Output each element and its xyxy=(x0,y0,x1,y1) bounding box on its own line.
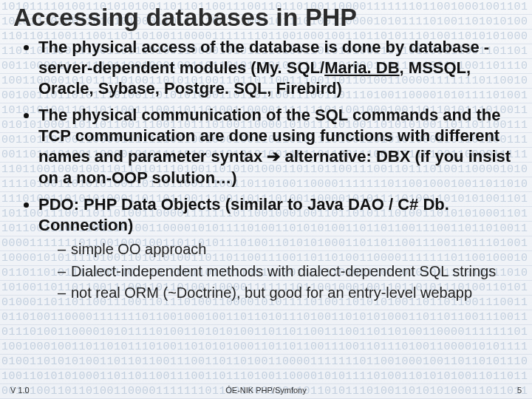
sub-bullet-list: simple OO approach Dialect-independent m… xyxy=(38,240,519,303)
slide-title: Accessing databases in PHP xyxy=(13,4,519,31)
sub-bullet-text: Dialect-independent methods with dialect… xyxy=(71,263,496,279)
slide: 1010111101001101010100110110110011100110… xyxy=(0,0,532,399)
bullet-underline: Maria. DB xyxy=(324,58,399,77)
sub-bullet-item: simple OO approach xyxy=(58,240,519,259)
slide-content: Accessing databases in PHP The physical … xyxy=(0,0,532,399)
bullet-text: PDO: PHP Data Objects (similar to Java D… xyxy=(38,195,449,234)
sub-bullet-text: simple OO approach xyxy=(71,241,206,257)
bullet-item: PDO: PHP Data Objects (similar to Java D… xyxy=(38,194,519,303)
bullet-item: The physical communication of the SQL co… xyxy=(38,105,519,188)
bullet-list: The physical access of the database is d… xyxy=(13,37,519,303)
sub-bullet-text: not real ORM (~Doctrine), but good for a… xyxy=(71,284,472,301)
sub-bullet-item: Dialect-independent methods with dialect… xyxy=(58,262,519,282)
sub-bullet-item: not real ORM (~Doctrine), but good for a… xyxy=(58,284,519,303)
footer-version: V 1.0 xyxy=(10,386,69,395)
footer-center: ÓE‑NIK PHP/Symfony xyxy=(69,386,463,395)
footer-page-number: 5 xyxy=(463,386,522,395)
arrow-icon: ➔ xyxy=(267,147,280,166)
slide-footer: V 1.0 ÓE‑NIK PHP/Symfony 5 xyxy=(0,386,532,395)
bullet-item: The physical access of the database is d… xyxy=(38,37,519,99)
